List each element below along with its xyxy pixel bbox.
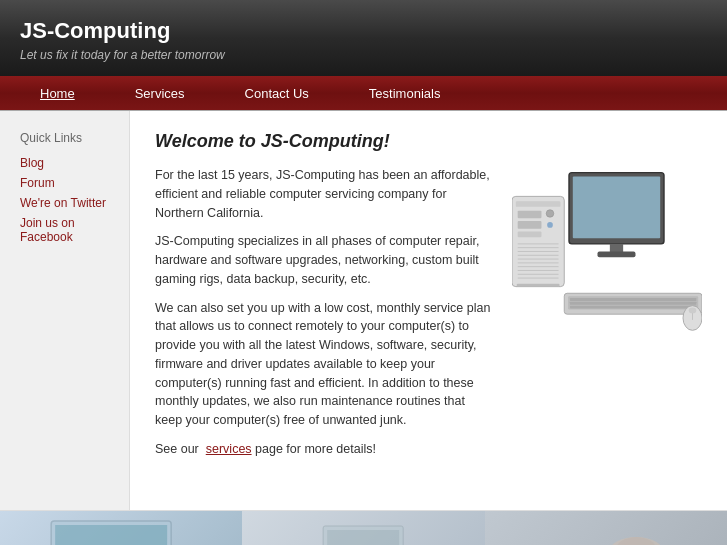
- svg-point-40: [616, 537, 656, 545]
- svg-point-29: [689, 308, 697, 314]
- strip-image-2: [242, 511, 484, 545]
- nav-item-testimonials[interactable]: Testimonials: [339, 80, 471, 107]
- sidebar-link-blog[interactable]: Blog: [20, 153, 119, 173]
- sidebar-title: Quick Links: [20, 131, 119, 145]
- paragraph-4: See our services page for more details!: [155, 440, 492, 459]
- svg-point-10: [547, 222, 553, 228]
- svg-rect-31: [55, 525, 167, 545]
- svg-rect-8: [518, 232, 542, 238]
- nav-item-contact[interactable]: Contact Us: [215, 80, 339, 107]
- svg-point-9: [546, 210, 554, 218]
- site-title: JS-Computing: [20, 18, 707, 44]
- svg-rect-7: [518, 221, 542, 229]
- strip-image-3: [485, 511, 727, 545]
- sidebar-link-twitter[interactable]: We're on Twitter: [20, 193, 119, 213]
- sidebar: Quick Links Blog Forum We're on Twitter …: [0, 111, 130, 510]
- content-heading: Welcome to JS-Computing!: [155, 131, 707, 152]
- site-subtitle: Let us fix it today for a better tomorro…: [20, 48, 707, 62]
- bottom-strip: [0, 510, 727, 545]
- nav-item-home[interactable]: Home: [10, 80, 105, 107]
- strip-image-1: [0, 511, 242, 545]
- svg-rect-3: [598, 251, 636, 257]
- paragraph-3: We can also set you up with a low cost, …: [155, 299, 492, 430]
- main-layout: Quick Links Blog Forum We're on Twitter …: [0, 110, 727, 510]
- sidebar-link-forum[interactable]: Forum: [20, 173, 119, 193]
- svg-rect-25: [570, 302, 696, 305]
- paragraph-1: For the last 15 years, JS-Computing has …: [155, 166, 492, 222]
- svg-rect-6: [518, 211, 542, 219]
- site-header: JS-Computing Let us fix it today for a b…: [0, 0, 727, 76]
- main-nav: Home Services Contact Us Testimonials: [0, 76, 727, 110]
- content-text: For the last 15 years, JS-Computing has …: [155, 166, 492, 469]
- svg-rect-26: [570, 306, 696, 309]
- svg-rect-4: [512, 196, 564, 286]
- services-link[interactable]: services: [206, 442, 252, 456]
- paragraph-2: JS-Computing specializes in all phases o…: [155, 232, 492, 288]
- computer-image-area: [507, 166, 707, 469]
- computer-illustration: [512, 166, 702, 336]
- main-content: Welcome to JS-Computing! For the last 15…: [130, 111, 727, 510]
- svg-rect-1: [573, 176, 660, 238]
- nav-item-services[interactable]: Services: [105, 80, 215, 107]
- svg-rect-5: [516, 201, 561, 207]
- sidebar-link-facebook[interactable]: Join us on Facebook: [20, 213, 119, 247]
- svg-rect-24: [570, 298, 696, 301]
- svg-rect-34: [327, 530, 399, 545]
- svg-rect-21: [517, 284, 560, 287]
- content-body: For the last 15 years, JS-Computing has …: [155, 166, 707, 469]
